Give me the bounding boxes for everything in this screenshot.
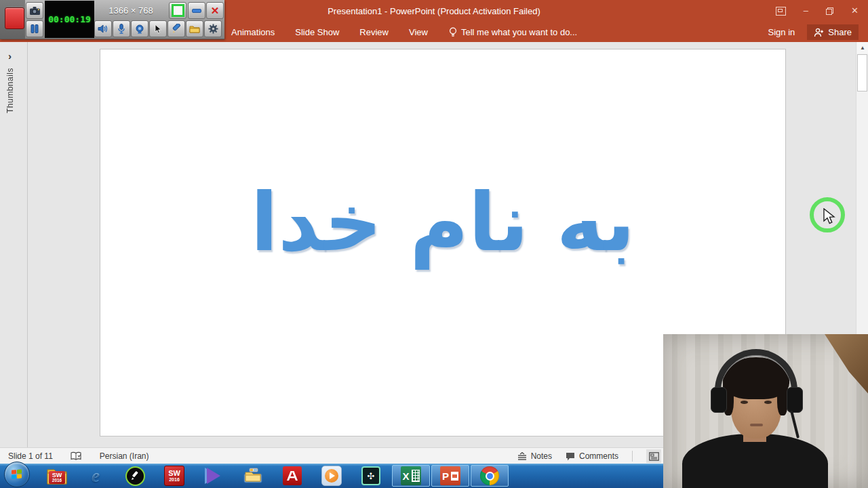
settings-gear-button[interactable] — [204, 20, 222, 37]
recorder-minimize-button[interactable] — [188, 2, 205, 19]
tab-slide-show[interactable]: Slide Show — [285, 22, 349, 42]
headphones-band — [715, 349, 797, 392]
headphone-left-cup — [711, 387, 727, 413]
mouse-cursor — [822, 208, 837, 226]
thumbnails-panel-label[interactable]: Thumbnails — [5, 68, 15, 113]
pause-icon — [31, 24, 39, 33]
normal-view-icon — [649, 452, 659, 461]
tell-me-box[interactable]: Tell me what you want to do... — [449, 27, 577, 37]
ribbon-right: Sign in Share — [768, 24, 859, 40]
window-controls: – ✕ — [776, 5, 859, 17]
person-shirt — [682, 434, 828, 488]
screen: Presentation1 - PowerPoint (Product Acti… — [0, 0, 868, 488]
share-person-icon — [814, 28, 824, 37]
pen-icon — [172, 24, 182, 34]
taskbar-media-player[interactable] — [317, 465, 346, 487]
slide-title-text[interactable]: به نام خدا — [251, 182, 635, 262]
adobe-reader-icon — [283, 466, 302, 485]
video-editor-icon: ✣ — [361, 466, 380, 485]
spellcheck-book-icon[interactable] — [71, 451, 82, 461]
taskbar-kmplayer[interactable] — [199, 465, 228, 487]
region-frame-icon — [172, 4, 184, 17]
headset-mic-arm — [790, 410, 800, 439]
sign-in-link[interactable]: Sign in — [768, 27, 795, 37]
scrollbar-thumb[interactable] — [857, 54, 867, 92]
language-indicator[interactable]: Persian (Iran) — [100, 451, 149, 461]
start-button[interactable] — [3, 465, 31, 487]
file-explorer-icon — [243, 467, 263, 485]
folder-icon — [189, 24, 200, 33]
recorder-close-button[interactable]: ✕ — [206, 2, 224, 19]
notes-toggle[interactable]: Notes — [517, 451, 552, 461]
comments-label: Comments — [579, 451, 618, 461]
draw-pen-button[interactable] — [167, 20, 185, 37]
powerpoint-icon: P — [440, 466, 460, 485]
tab-review[interactable]: Review — [349, 22, 399, 42]
ribbon-display-options-button[interactable] — [776, 5, 786, 17]
open-folder-button[interactable] — [186, 20, 203, 37]
close-x-icon: ✕ — [211, 5, 220, 16]
region-select-button[interactable] — [169, 2, 186, 19]
webcam-toggle-button[interactable] — [131, 20, 149, 37]
ribbon-tabs: Animations Slide Show Review View Tell m… — [221, 22, 577, 42]
recording-timer: 00:00:19 — [45, 1, 94, 38]
ribbon-display-options-icon — [776, 7, 786, 16]
tell-me-label: Tell me what you want to do... — [461, 27, 577, 37]
curtain-drape — [802, 334, 868, 428]
pause-button[interactable] — [26, 20, 43, 37]
tab-view[interactable]: View — [399, 22, 438, 42]
restore-button[interactable] — [826, 5, 833, 17]
speaker-toggle-button[interactable] — [94, 20, 112, 37]
restore-icon — [826, 7, 833, 15]
comments-icon — [566, 452, 575, 461]
taskbar-file-explorer[interactable] — [239, 465, 267, 487]
taskbar-internet-explorer[interactable]: e — [81, 465, 110, 487]
lightbulb-icon — [449, 27, 457, 37]
camera-icon — [29, 6, 41, 16]
record-stop-button[interactable] — [5, 7, 24, 29]
microphone-toggle-button[interactable] — [113, 20, 130, 37]
taskbar-adobe-reader[interactable] — [278, 465, 307, 487]
taskbar-solidworks-folder[interactable]: SW2016 — [43, 465, 71, 487]
headphone-right-cup — [787, 387, 803, 413]
taskbar-drawing-app[interactable] — [121, 465, 149, 487]
tab-animations[interactable]: Animations — [221, 22, 285, 42]
slide-number-indicator[interactable]: Slide 1 of 11 — [8, 451, 53, 461]
taskbar-excel-running[interactable]: X — [392, 465, 430, 487]
scroll-up-button[interactable]: ▲ — [857, 42, 868, 54]
expand-thumbnails-chevron[interactable]: › — [8, 50, 12, 62]
cursor-capture-button[interactable] — [149, 20, 167, 37]
speaker-icon — [98, 24, 108, 33]
screenshot-camera-button[interactable] — [26, 2, 43, 19]
notes-icon — [517, 452, 527, 460]
kmplayer-play-icon — [207, 468, 220, 484]
taskbar-powerpoint-running[interactable]: P — [431, 465, 469, 487]
status-left: Slide 1 of 11 Persian (Iran) — [8, 448, 149, 464]
drawing-app-icon — [125, 466, 145, 486]
normal-view-button[interactable] — [646, 449, 661, 463]
minimize-dash-icon — [192, 9, 201, 13]
taskbar-video-editor[interactable]: ✣ — [357, 465, 385, 487]
chrome-icon — [480, 466, 499, 485]
webcam-icon — [135, 24, 144, 34]
taskbar-solidworks-2016[interactable]: SW2016 — [160, 465, 189, 487]
comments-toggle[interactable]: Comments — [566, 451, 618, 461]
thumbnails-panel-divider[interactable] — [27, 42, 28, 447]
gear-icon — [208, 24, 218, 34]
capture-resolution: 1366 × 768 — [95, 2, 167, 18]
minimize-button[interactable]: – — [804, 5, 808, 17]
screen-recorder-toolbar: 00:00:19 1366 × 768 ✕ — [0, 0, 224, 39]
taskbar-chrome-running[interactable] — [471, 465, 509, 487]
notes-label: Notes — [531, 451, 552, 461]
status-right: Notes Comments — [517, 448, 661, 464]
cursor-icon — [155, 24, 162, 34]
microphone-icon — [118, 24, 125, 34]
close-button[interactable]: ✕ — [851, 5, 859, 17]
internet-explorer-icon: e — [92, 466, 100, 487]
solidworks-cube-icon: SW2016 — [164, 466, 184, 486]
share-button[interactable]: Share — [807, 24, 859, 40]
share-label: Share — [828, 27, 852, 37]
webcam-overlay — [663, 334, 868, 488]
windows-start-orb-icon — [4, 462, 30, 487]
status-separator — [632, 451, 633, 462]
